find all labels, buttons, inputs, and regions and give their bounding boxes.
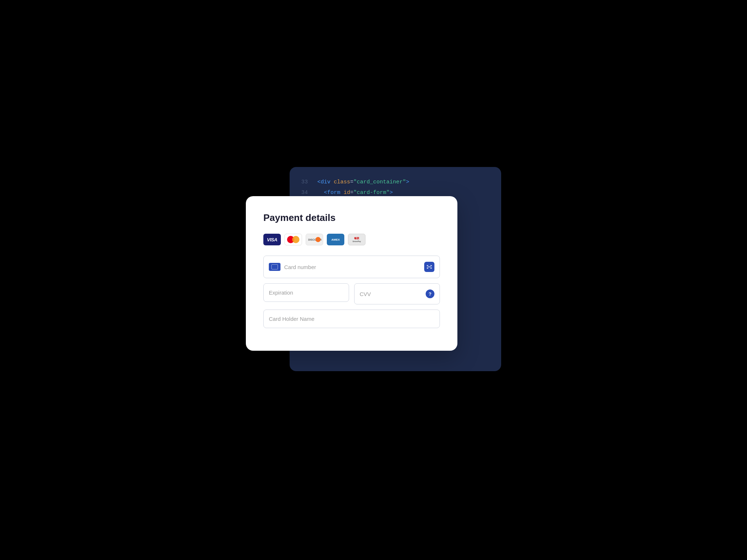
expiration-placeholder: Expiration	[269, 289, 293, 296]
code-line-33: 33 <div class="card_container">	[301, 177, 489, 188]
cvv-group: CVV ?	[354, 283, 440, 304]
svg-rect-8	[427, 265, 429, 265]
visa-brand-badge: VISA	[263, 234, 281, 245]
svg-rect-7	[431, 268, 431, 269]
amex-brand-badge: AMEX	[327, 234, 344, 245]
svg-rect-10	[430, 265, 431, 265]
expiration-group: Expiration	[263, 283, 349, 304]
payment-title: Payment details	[263, 212, 440, 223]
scene: 33 <div class="card_container"> 34 <form…	[246, 167, 501, 393]
scan-icon[interactable]	[424, 262, 434, 272]
svg-rect-5	[427, 268, 427, 269]
svg-rect-9	[427, 268, 429, 268]
cvv-help-icon[interactable]: ?	[426, 289, 434, 298]
card-chip-icon	[269, 263, 280, 271]
unionpay-brand-badge: 银联 UnionPay	[348, 234, 365, 245]
mc-orange-circle	[292, 236, 299, 243]
svg-rect-6	[431, 265, 431, 266]
discover-brand-badge: DISCOVER	[306, 234, 323, 245]
card-holder-input[interactable]: Card Holder Name	[263, 310, 440, 328]
card-holder-group: Card Holder Name	[263, 310, 440, 328]
mastercard-brand-badge	[285, 234, 302, 245]
card-number-group: Card number	[263, 256, 440, 278]
expiration-input[interactable]: Expiration	[263, 283, 349, 302]
line-number: 33	[301, 177, 309, 188]
card-number-placeholder: Card number	[284, 264, 316, 270]
card-number-input[interactable]: Card number	[263, 256, 440, 278]
discover-circle	[316, 237, 321, 242]
card-brands-row: VISA DISCOVER AMEX 银联 UnionPay	[263, 234, 440, 245]
code-content: <div class="card_container">	[317, 177, 409, 188]
payment-form-card: Payment details VISA DISCOVER AMEX 银联 Un…	[246, 196, 457, 351]
svg-rect-11	[430, 268, 431, 268]
svg-rect-12	[427, 267, 431, 267]
cvv-input[interactable]: CVV ?	[354, 283, 440, 304]
svg-rect-4	[427, 265, 427, 266]
card-number-left: Card number	[269, 263, 316, 271]
scan-svg	[426, 264, 432, 270]
card-holder-placeholder: Card Holder Name	[269, 316, 314, 322]
expiration-cvv-row: Expiration CVV ?	[263, 283, 440, 310]
cvv-placeholder: CVV	[360, 291, 371, 297]
